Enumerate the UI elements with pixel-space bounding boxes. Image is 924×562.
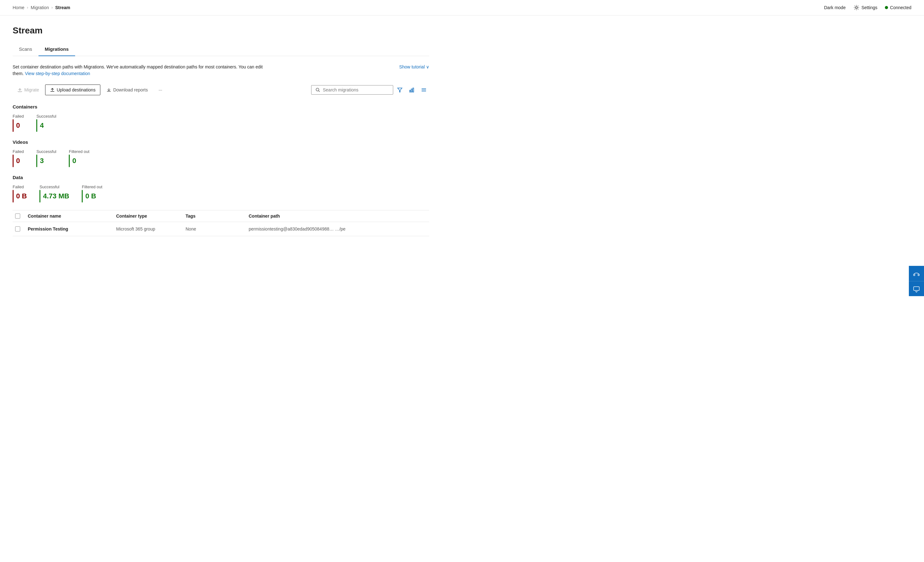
- migrate-button[interactable]: Migrate: [13, 85, 44, 95]
- download-reports-label: Download reports: [113, 87, 148, 93]
- videos-failed-label: Failed: [13, 149, 24, 154]
- videos-failed-bar: [13, 154, 14, 167]
- svg-line-7: [319, 91, 320, 92]
- svg-rect-11: [413, 88, 414, 92]
- videos-successful-label: Successful: [36, 149, 56, 154]
- svg-rect-9: [410, 90, 411, 92]
- svg-rect-17: [914, 287, 919, 290]
- containers-successful-value: 4: [40, 121, 44, 130]
- col-container-name: Container name: [25, 214, 114, 218]
- svg-rect-15: [914, 274, 915, 276]
- svg-rect-10: [411, 89, 412, 92]
- upload-cloud-icon: [17, 87, 22, 93]
- data-stats-row: Failed 0 B Successful 4.73 MB Filtered o…: [13, 184, 429, 202]
- containers-failed: Failed 0: [13, 114, 24, 132]
- videos-successful-bar: [36, 154, 37, 167]
- description-area: Set container destination paths with Mig…: [13, 64, 429, 77]
- settings-button[interactable]: Settings: [853, 4, 878, 11]
- tab-scans[interactable]: Scans: [13, 43, 39, 56]
- svg-point-0: [855, 7, 857, 9]
- videos-title: Videos: [13, 139, 429, 145]
- data-filtered: Filtered out 0 B: [82, 184, 102, 202]
- col-container-type: Container type: [114, 214, 183, 218]
- data-failed-label: Failed: [13, 184, 27, 189]
- containers-stats: Containers Failed 0 Successful 4: [13, 104, 429, 132]
- svg-rect-16: [918, 274, 919, 276]
- upload-destinations-label: Upload destinations: [57, 87, 96, 93]
- videos-failed: Failed 0: [13, 149, 24, 167]
- breadcrumb-home[interactable]: Home: [13, 5, 24, 10]
- data-successful: Successful 4.73 MB: [39, 184, 69, 202]
- row-container-path: permissiontesting@a830edad905084988… …/p…: [246, 226, 429, 232]
- docs-link[interactable]: View step-by-step documentation: [25, 71, 90, 76]
- select-all-checkbox[interactable]: [15, 214, 20, 218]
- page-title: Stream: [13, 25, 429, 36]
- svg-point-6: [316, 88, 319, 91]
- data-title: Data: [13, 175, 429, 180]
- tabs: Scans Migrations: [13, 43, 429, 56]
- more-options-button[interactable]: ···: [154, 85, 167, 95]
- top-bar: Home › Migration › Stream Dark mode Sett…: [0, 0, 924, 15]
- data-stats: Data Failed 0 B Successful 4.73 MB Filte…: [13, 175, 429, 202]
- show-tutorial-button[interactable]: Show tutorial ∨: [399, 64, 429, 69]
- settings-label: Settings: [861, 5, 878, 10]
- data-filtered-value: 0 B: [85, 192, 96, 200]
- videos-successful-value: 3: [40, 157, 44, 165]
- headset-icon: [913, 270, 920, 277]
- gear-icon: [853, 4, 860, 11]
- data-failed-bar: [13, 190, 14, 202]
- videos-failed-value: 0: [16, 157, 20, 165]
- columns-button[interactable]: [418, 85, 429, 95]
- breadcrumb-current: Stream: [55, 5, 70, 10]
- download-reports-button[interactable]: Download reports: [102, 85, 153, 95]
- toolbar: Migrate Upload destinations Download rep…: [13, 85, 429, 95]
- breadcrumb-sep1: ›: [27, 5, 28, 10]
- breadcrumb-migration[interactable]: Migration: [31, 5, 49, 10]
- migrations-table: Container name Container type Tags Conta…: [13, 210, 429, 236]
- columns-icon: [421, 87, 427, 93]
- download-icon: [106, 87, 111, 93]
- breadcrumb: Home › Migration › Stream: [13, 5, 70, 10]
- svg-marker-8: [398, 88, 402, 92]
- search-box[interactable]: [311, 85, 393, 95]
- filter-icon: [397, 87, 403, 93]
- more-icon: ···: [158, 87, 162, 93]
- data-successful-bar: [39, 190, 40, 202]
- containers-failed-label: Failed: [13, 114, 24, 118]
- containers-successful: Successful 4: [36, 114, 56, 132]
- containers-failed-bar: [13, 119, 14, 132]
- upload-icon: [50, 87, 55, 93]
- videos-filtered-value: 0: [72, 157, 76, 165]
- search-input[interactable]: [323, 87, 386, 93]
- side-help-button[interactable]: [909, 266, 924, 281]
- containers-stats-row: Failed 0 Successful 4: [13, 114, 429, 132]
- side-chat-button[interactable]: [909, 281, 924, 296]
- containers-successful-bar: [36, 119, 37, 132]
- show-tutorial-label: Show tutorial: [399, 64, 425, 69]
- videos-successful: Successful 3: [36, 149, 56, 167]
- connected-status: Connected: [885, 5, 911, 10]
- col-tags: Tags: [183, 214, 246, 218]
- videos-filtered: Filtered out 0: [69, 149, 89, 167]
- search-icon: [315, 87, 320, 93]
- data-failed-value: 0 B: [16, 192, 27, 200]
- tab-migrations[interactable]: Migrations: [39, 43, 75, 56]
- description-text: Set container destination paths with Mig…: [13, 64, 272, 77]
- row-tags: None: [183, 226, 246, 232]
- data-successful-value: 4.73 MB: [43, 192, 69, 200]
- filter-button[interactable]: [394, 85, 405, 95]
- table-header: Container name Container type Tags Conta…: [13, 210, 429, 222]
- upload-destinations-button[interactable]: Upload destinations: [45, 85, 100, 95]
- containers-successful-label: Successful: [36, 114, 56, 118]
- data-failed: Failed 0 B: [13, 184, 27, 202]
- row-checkbox[interactable]: [15, 226, 20, 232]
- top-right-actions: Dark mode Settings Connected: [824, 4, 911, 11]
- group-by-button[interactable]: [406, 85, 417, 95]
- dark-mode-button[interactable]: Dark mode: [824, 5, 845, 10]
- row-container-type: Microsoft 365 group: [114, 226, 183, 232]
- row-container-name: Permission Testing: [25, 226, 114, 232]
- migrate-label: Migrate: [24, 87, 39, 93]
- videos-stats-row: Failed 0 Successful 3 Filtered out 0: [13, 149, 429, 167]
- row-checkbox-cell: [13, 226, 25, 232]
- breadcrumb-sep2: ›: [51, 5, 53, 10]
